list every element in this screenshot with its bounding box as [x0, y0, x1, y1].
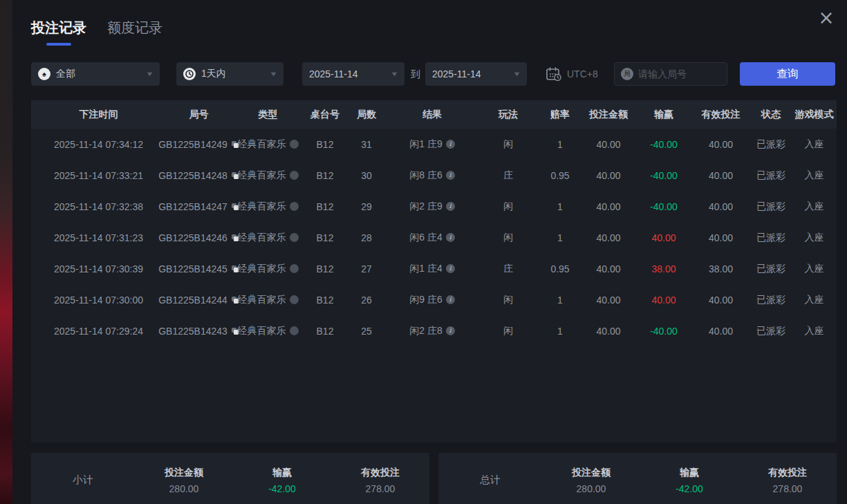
subtotal-winlose: 输赢 -42.00: [233, 467, 331, 494]
round-count-cell: 29: [346, 201, 387, 212]
round-id-cell: GB1225B14246: [166, 232, 232, 243]
timezone-group: UTC+8: [546, 62, 598, 86]
game-type-info-icon[interactable]: [290, 233, 299, 242]
table-no-cell: B12: [304, 263, 346, 274]
column-header: 局号: [166, 109, 232, 121]
game-type-info-icon[interactable]: [290, 295, 299, 304]
round-id-cell: GB1225B14247: [166, 201, 232, 212]
table-body: 2025-11-14 07:34:12 GB1225B14249 经典百家乐 B…: [31, 129, 837, 346]
subtotal-valid: 有效投注 278.00: [331, 467, 429, 494]
bet-time-cell: 2025-11-14 07:30:00: [31, 295, 166, 306]
game-mode-cell: 入座: [792, 138, 837, 151]
round-count-cell: 28: [346, 232, 387, 243]
column-header: 赔率: [539, 109, 581, 121]
bet-amount-cell: 40.00: [581, 295, 636, 306]
column-header: 下注时间: [31, 109, 166, 121]
result-cell: 闲2 庄9 i: [387, 200, 477, 213]
chevron-down-icon: ▼: [390, 71, 398, 77]
valid-bet-cell: 40.00: [691, 170, 750, 181]
column-header: 游戏模式: [792, 109, 837, 121]
column-header: 玩法: [477, 109, 539, 121]
odds-cell: 1: [539, 232, 581, 243]
game-mode-cell: 入座: [792, 263, 837, 275]
bet-time-cell: 2025-11-14 07:32:38: [31, 201, 166, 212]
info-icon[interactable]: i: [446, 326, 455, 335]
chevron-down-icon: ▼: [269, 71, 277, 77]
time-range-value: 1天内: [201, 68, 226, 80]
valid-bet-cell: 40.00: [691, 232, 750, 243]
info-icon[interactable]: i: [446, 295, 455, 304]
odds-cell: 1: [539, 139, 581, 150]
game-type-cell: 经典百家乐: [232, 138, 304, 151]
game-type-info-icon[interactable]: [290, 171, 299, 180]
bet-amount-cell: 40.00: [581, 139, 636, 150]
game-type-dropdown[interactable]: ♠ 全部 ▼: [31, 62, 160, 86]
win-lose-cell: 40.00: [636, 295, 691, 306]
info-icon[interactable]: i: [446, 140, 455, 149]
search-button[interactable]: 查询: [740, 62, 835, 86]
game-type-info-icon[interactable]: [290, 326, 299, 335]
round-id-cell: GB1225B14243: [166, 326, 232, 337]
total-valid: 有效投注 278.00: [738, 467, 837, 494]
game-type-cell: 经典百家乐: [232, 263, 304, 275]
tab-betting-records[interactable]: 投注记录: [31, 19, 86, 44]
bet-amount-cell: 40.00: [581, 201, 636, 212]
win-lose-cell: 40.00: [636, 232, 691, 243]
bet-time-cell: 2025-11-14 07:30:39: [31, 263, 166, 274]
valid-bet-cell: 40.00: [691, 326, 750, 337]
game-type-cell: 经典百家乐: [232, 169, 304, 182]
game-mode-cell: 入座: [792, 232, 837, 244]
bet-amount-cell: 40.00: [581, 263, 636, 274]
valid-bet-cell: 40.00: [691, 201, 750, 212]
bet-amount-cell: 40.00: [581, 170, 636, 181]
chevron-down-icon: ▼: [512, 71, 521, 77]
chevron-down-icon: ▼: [145, 71, 153, 77]
game-type-info-icon[interactable]: [290, 202, 299, 211]
column-header: 类型: [232, 109, 304, 121]
valid-bet-cell: 38.00: [691, 263, 750, 274]
info-icon[interactable]: i: [446, 202, 455, 211]
info-icon[interactable]: i: [446, 264, 455, 273]
round-badge-icon: 局: [621, 68, 633, 80]
bet-time-cell: 2025-11-14 07:33:21: [31, 170, 166, 181]
summary-bar: 小计 投注金额 280.00 输赢 -42.00 有效投注 278.00 总计 …: [31, 453, 837, 504]
table-no-cell: B12: [304, 201, 346, 212]
round-number-field: 局: [614, 62, 727, 86]
round-count-cell: 31: [346, 139, 387, 150]
win-lose-cell: 38.00: [636, 263, 691, 274]
calendar-clock-icon[interactable]: [546, 67, 561, 81]
game-type-cell: 经典百家乐: [232, 294, 304, 306]
date-to-picker[interactable]: 2025-11-14 ▼: [425, 62, 527, 86]
time-range-dropdown[interactable]: 1天内 ▼: [176, 62, 283, 86]
table-row: 2025-11-14 07:34:12 GB1225B14249 经典百家乐 B…: [31, 129, 837, 160]
bet-amount-cell: 40.00: [581, 326, 636, 337]
game-type-info-icon[interactable]: [290, 140, 299, 149]
status-cell: 已派彩: [750, 325, 792, 337]
tab-quota-records[interactable]: 额度记录: [107, 19, 162, 44]
close-icon[interactable]: ×: [815, 7, 837, 29]
round-count-cell: 30: [346, 170, 387, 181]
round-number-input[interactable]: [638, 68, 720, 80]
round-count-cell: 26: [346, 295, 387, 306]
result-cell: 闲1 庄4 i: [387, 263, 477, 275]
game-type-info-icon[interactable]: [290, 264, 299, 273]
total-bet: 投注金额 280.00: [542, 467, 640, 494]
play-cell: 闲: [477, 200, 539, 213]
info-icon[interactable]: i: [446, 233, 455, 242]
result-cell: 闲1 庄9 i: [387, 138, 477, 151]
info-icon[interactable]: i: [446, 171, 455, 180]
status-cell: 已派彩: [750, 232, 792, 244]
odds-cell: 0.95: [539, 263, 581, 274]
column-header: 输赢: [636, 109, 691, 121]
date-from-picker[interactable]: 2025-11-14 ▼: [302, 62, 404, 86]
game-type-cell: 经典百家乐: [232, 325, 304, 337]
game-type-cell: 经典百家乐: [232, 232, 304, 244]
play-cell: 闲: [477, 294, 539, 306]
bet-amount-cell: 40.00: [581, 232, 636, 243]
game-mode-cell: 入座: [792, 200, 837, 213]
valid-bet-cell: 40.00: [691, 139, 750, 150]
game-mode-cell: 入座: [792, 169, 837, 182]
records-table: 下注时间局号类型桌台号局数结果玩法赔率投注金额输赢有效投注状态游戏模式 2025…: [31, 100, 837, 442]
play-cell: 庄: [477, 263, 539, 275]
status-cell: 已派彩: [750, 263, 792, 275]
